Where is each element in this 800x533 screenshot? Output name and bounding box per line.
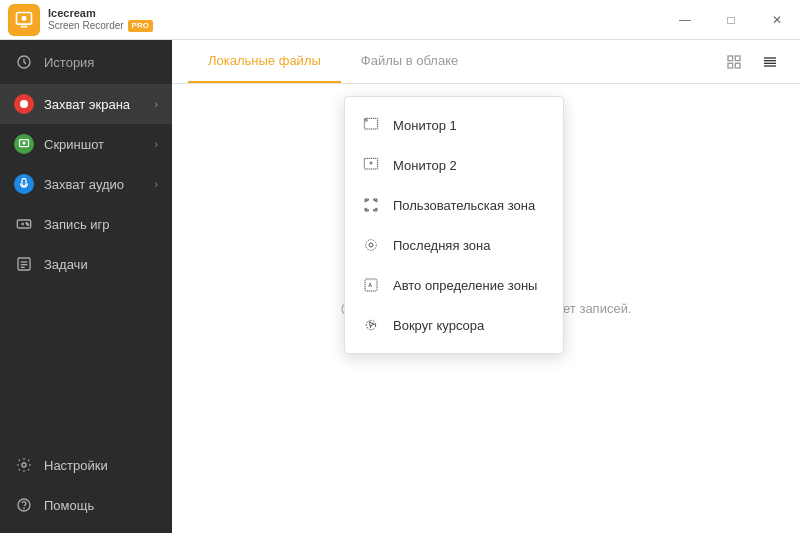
auto-zone-icon: A [361,275,381,295]
app-name: Icecream [48,7,153,20]
svg-rect-2 [21,25,28,27]
svg-rect-18 [728,56,733,61]
audio-chevron: › [154,178,158,190]
screenshot-label: Скриншот [44,137,144,152]
tabs: Локальные файлы Файлы в облаке [188,40,478,83]
sidebar-item-help[interactable]: Помощь [0,485,172,525]
custom-zone-icon [361,195,381,215]
dropdown-menu: Монитор 1 Монитор 2 [344,96,564,354]
capture-icon [14,94,34,114]
dropdown-item-custom-zone[interactable]: Пользовательская зона [345,185,563,225]
sidebar-item-games[interactable]: Запись игр [0,204,172,244]
monitor2-label: Монитор 2 [393,158,457,173]
window-controls: — □ ✕ [662,0,800,40]
help-icon [14,495,34,515]
svg-point-15 [22,463,26,467]
last-zone-label: Последняя зона [393,238,491,253]
last-zone-icon [361,235,381,255]
games-icon [14,214,34,234]
svg-point-30 [365,119,367,121]
svg-point-10 [27,224,28,225]
grid-view-button[interactable] [720,48,748,76]
dropdown-item-monitor1[interactable]: Монитор 1 [345,105,563,145]
capture-chevron: › [154,98,158,110]
sidebar-item-capture[interactable]: Захват экрана › [0,84,172,124]
app-title: Icecream Screen Recorder PRO [48,7,153,32]
list-view-button[interactable] [756,48,784,76]
sidebar-item-screenshot[interactable]: Скриншот › [0,124,172,164]
tab-actions [720,48,784,76]
audio-icon [14,174,34,194]
svg-rect-19 [735,56,740,61]
games-label: Запись игр [44,217,158,232]
settings-label: Настройки [44,458,158,473]
svg-text:A: A [368,282,372,288]
close-button[interactable]: ✕ [754,0,800,40]
minimize-button[interactable]: — [662,0,708,40]
pro-badge: PRO [128,20,153,32]
sidebar-item-settings[interactable]: Настройки [0,445,172,485]
sidebar-bottom: Настройки Помощь [0,445,172,533]
monitor1-label: Монитор 1 [393,118,457,133]
svg-point-34 [369,243,373,247]
monitor1-icon [361,115,381,135]
screenshot-chevron: › [154,138,158,150]
svg-rect-4 [20,140,29,147]
main-container: История Захват экрана › [0,40,800,533]
content-area: Локальные файлы Файлы в облаке [172,40,800,533]
app-logo [8,4,40,36]
sidebar-top: История Захват экрана › [0,40,172,445]
maximize-button[interactable]: □ [708,0,754,40]
sidebar-history-label: История [44,55,158,70]
monitor2-icon [361,155,381,175]
svg-point-1 [22,15,27,20]
dropdown-item-around-cursor[interactable]: Вокруг курсора [345,305,563,345]
dropdown-item-auto-zone[interactable]: A Авто определение зоны [345,265,563,305]
svg-point-17 [24,508,25,509]
svg-point-5 [23,142,25,144]
history-icon [14,52,34,72]
tasks-icon [14,254,34,274]
screenshot-icon [14,134,34,154]
settings-icon [14,455,34,475]
tasks-label: Задачи [44,257,158,272]
dropdown-item-monitor2[interactable]: Монитор 2 [345,145,563,185]
app-subtitle: Screen Recorder PRO [48,20,153,32]
tab-local-files[interactable]: Локальные файлы [188,40,341,83]
title-bar-left: Icecream Screen Recorder PRO [8,4,153,36]
tab-cloud-files[interactable]: Файлы в облаке [341,40,478,83]
sidebar: История Захват экрана › [0,40,172,533]
around-cursor-label: Вокруг курсора [393,318,484,333]
help-label: Помощь [44,498,158,513]
sidebar-item-audio[interactable]: Захват аудио › [0,164,172,204]
svg-point-32 [370,162,372,164]
tab-bar: Локальные файлы Файлы в облаке [172,40,800,84]
svg-rect-20 [728,63,733,68]
auto-zone-label: Авто определение зоны [393,278,537,293]
svg-rect-21 [735,63,740,68]
capture-label: Захват экрана [44,97,144,112]
dropdown-item-last-zone[interactable]: Последняя зона [345,225,563,265]
audio-label: Захват аудио [44,177,144,192]
sidebar-item-history: История [0,40,172,84]
sidebar-item-tasks[interactable]: Задачи [0,244,172,284]
title-bar: Icecream Screen Recorder PRO — □ ✕ [0,0,800,40]
around-cursor-icon [361,315,381,335]
custom-zone-label: Пользовательская зона [393,198,535,213]
